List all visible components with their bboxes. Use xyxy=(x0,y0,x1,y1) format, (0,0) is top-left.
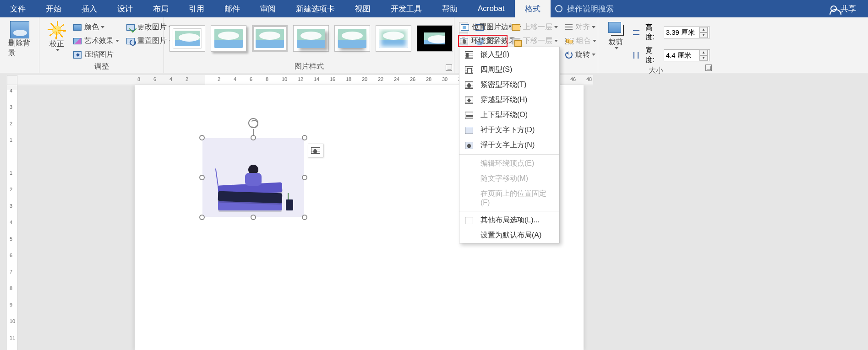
position-icon xyxy=(461,24,469,31)
artistic-effects-button[interactable]: 艺术效果 xyxy=(71,35,122,47)
group-label-size: 大小 xyxy=(602,65,710,77)
wrap-text-icon xyxy=(460,38,468,44)
tab-review[interactable]: 审阅 xyxy=(250,0,286,17)
bring-forward-icon xyxy=(512,24,520,31)
height-spin-up[interactable]: ▲ xyxy=(699,27,708,32)
compress-icon xyxy=(73,51,82,59)
height-input[interactable]: 3.39 厘米▲▼ xyxy=(664,27,710,38)
chevron-down-icon xyxy=(615,47,618,49)
styles-dialog-launcher[interactable] xyxy=(446,65,452,71)
wrap-behind[interactable]: 衬于文字下方(D) xyxy=(459,123,559,138)
resize-handle-bc[interactable] xyxy=(251,215,256,220)
vertical-ruler[interactable]: 43211234567891011 xyxy=(7,85,17,350)
rotate-icon xyxy=(565,51,573,59)
send-backward-button: 下移一层 xyxy=(509,35,561,47)
layout-options-button[interactable] xyxy=(308,144,323,157)
reset-icon xyxy=(126,38,135,44)
chevron-down-icon xyxy=(488,26,492,28)
align-button: 对齐 xyxy=(562,21,599,33)
resize-handle-bl[interactable] xyxy=(199,215,205,220)
remove-background-button[interactable]: 删除背景 xyxy=(4,19,35,59)
width-spin-up[interactable]: ▲ xyxy=(699,50,708,55)
tab-mailings[interactable]: 邮件 xyxy=(214,0,250,17)
share-button[interactable]: 共享 xyxy=(819,0,868,17)
wrap-behind-icon xyxy=(465,127,473,134)
style-thumb-5[interactable] xyxy=(334,25,370,52)
edit-points-icon xyxy=(465,160,473,167)
wrap-text-button[interactable]: 环绕文字 xyxy=(458,35,508,47)
wrap-square-icon xyxy=(465,66,473,74)
tell-me-search[interactable]: 操作说明搜索 xyxy=(555,0,819,17)
person-icon xyxy=(830,5,837,12)
ruler-corner xyxy=(7,75,17,85)
wrap-front[interactable]: 浮于文字上方(N) xyxy=(459,138,559,153)
tab-file[interactable]: 文件 xyxy=(0,0,36,17)
wrap-topbottom[interactable]: 上下型环绕(O) xyxy=(459,108,559,123)
tab-help[interactable]: 帮助 xyxy=(432,0,468,17)
resize-handle-ml[interactable] xyxy=(199,175,205,180)
style-thumb-4[interactable] xyxy=(293,25,329,52)
style-thumb-3[interactable] xyxy=(252,25,288,52)
wrap-topbottom-icon xyxy=(465,112,473,119)
resize-handle-tl[interactable] xyxy=(199,135,205,140)
picture-content xyxy=(202,138,304,217)
tab-view[interactable]: 视图 xyxy=(345,0,381,17)
wrap-square[interactable]: 四周型(S) xyxy=(459,62,559,77)
size-dialog-launcher[interactable] xyxy=(705,65,712,71)
wrap-tight-icon xyxy=(465,81,473,89)
chevron-down-icon xyxy=(592,26,595,28)
height-icon xyxy=(632,28,640,37)
tab-format[interactable]: 格式 xyxy=(515,0,551,17)
width-spin-down[interactable]: ▼ xyxy=(699,55,708,61)
align-icon xyxy=(565,24,573,31)
resize-handle-mr[interactable] xyxy=(302,175,307,180)
rotate-button[interactable]: 旋转 xyxy=(562,48,599,61)
tab-newtab[interactable]: 新建选项卡 xyxy=(286,0,345,17)
set-default-icon xyxy=(465,232,473,239)
set-default-layout[interactable]: 设置为默认布局(A) xyxy=(459,228,559,243)
chevron-down-icon xyxy=(115,40,119,42)
resize-handle-tr[interactable] xyxy=(302,135,307,140)
height-spin-down[interactable]: ▼ xyxy=(699,32,708,38)
style-thumb-1[interactable] xyxy=(169,25,205,52)
ribbon-tabs: 文件 开始 插入 设计 布局 引用 邮件 审阅 新建选项卡 视图 开发工具 帮助… xyxy=(0,0,868,17)
group-label-styles: 图片样式 xyxy=(168,61,450,73)
style-thumb-7[interactable] xyxy=(417,25,453,52)
resize-handle-br[interactable] xyxy=(302,215,307,220)
more-layout-options[interactable]: 其他布局选项(L)... xyxy=(459,213,559,228)
lightbulb-icon xyxy=(555,5,562,12)
wrap-through[interactable]: 穿越型环绕(H) xyxy=(459,92,559,108)
wrap-through-icon xyxy=(465,97,473,104)
tab-home[interactable]: 开始 xyxy=(36,0,71,17)
tab-developer[interactable]: 开发工具 xyxy=(381,0,432,17)
bring-forward-button: 上移一层 xyxy=(509,21,561,33)
move-with-text: 随文字移动(M) xyxy=(459,171,559,186)
color-icon xyxy=(73,24,82,31)
corrections-button[interactable]: 校正 xyxy=(43,19,71,53)
resize-handle-tc[interactable] xyxy=(251,135,256,140)
tab-references[interactable]: 引用 xyxy=(179,0,214,17)
tab-insert[interactable]: 插入 xyxy=(71,0,107,17)
compress-button[interactable]: 压缩图片 xyxy=(71,48,122,61)
tab-acrobat[interactable]: Acrobat xyxy=(468,0,515,17)
fix-on-page-icon xyxy=(465,194,473,202)
tab-design[interactable]: 设计 xyxy=(107,0,143,17)
chevron-down-icon xyxy=(592,54,595,56)
group-label-adjust: 调整 xyxy=(43,61,160,73)
style-thumb-2[interactable] xyxy=(211,25,246,52)
width-icon xyxy=(632,51,640,59)
height-label: 高度: xyxy=(645,23,661,42)
style-thumb-6[interactable] xyxy=(376,25,411,52)
position-button[interactable]: 位置 xyxy=(458,21,508,33)
width-input[interactable]: 4.4 厘米▲▼ xyxy=(664,49,710,61)
crop-button[interactable]: 裁剪 xyxy=(602,19,629,51)
rotation-handle[interactable] xyxy=(248,118,258,128)
wrap-inline[interactable]: 嵌入型(I) xyxy=(459,47,559,62)
selected-picture[interactable] xyxy=(202,138,304,217)
wrap-text-menu: 嵌入型(I) 四周型(S) 紧密型环绕(T) 穿越型环绕(H) 上下型环绕(O)… xyxy=(459,47,560,243)
picture-styles-gallery: ▲ ▼ ▾ xyxy=(168,19,470,58)
chevron-down-icon xyxy=(56,49,60,51)
wrap-tight[interactable]: 紧密型环绕(T) xyxy=(459,77,559,92)
tab-layout[interactable]: 布局 xyxy=(143,0,179,17)
color-button[interactable]: 颜色 xyxy=(71,21,122,33)
